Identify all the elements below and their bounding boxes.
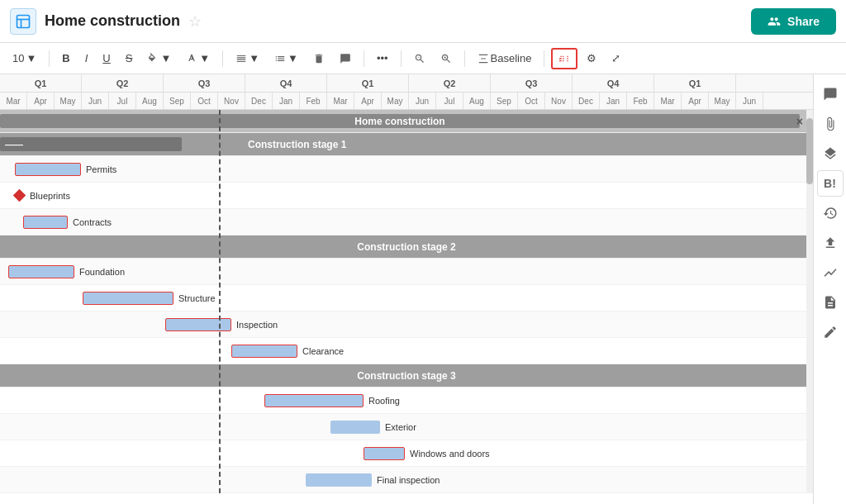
blueprints-milestone [13, 189, 26, 202]
stage2-label: Construction stage 2 [357, 241, 455, 253]
fill-color-button[interactable]: ▼ [141, 49, 177, 68]
list-button[interactable]: ▼ [269, 49, 304, 68]
baseline-button[interactable]: Baseline [472, 49, 538, 68]
clearance-label: Clearance [302, 346, 344, 356]
roofing-row: Roofing [0, 388, 813, 414]
foundation-label: Foundation [79, 267, 125, 277]
settings-button[interactable]: ⚙ [581, 49, 602, 68]
main-area: Q1Q2Q3Q4Q1Q2Q3Q4Q1 MarAprMayJunJulAugSep… [0, 74, 846, 504]
stage3-label: Construction stage 3 [357, 370, 455, 382]
gantt-view-button[interactable] [551, 48, 577, 69]
scroll-track [806, 110, 813, 493]
toolbar-separator-5 [464, 50, 465, 67]
month-label-18: Sep [491, 93, 518, 109]
star-icon[interactable]: ☆ [188, 12, 202, 31]
month-label-5: Aug [136, 93, 164, 109]
header: Home construction ☆ Share [0, 0, 846, 43]
month-label-7: Oct [191, 93, 218, 109]
toolbar-separator-4 [401, 50, 402, 67]
stage1-bar-label: —— [5, 140, 23, 150]
month-label-13: Apr [354, 93, 382, 109]
inspection-label: Inspection [236, 320, 278, 330]
document-icon[interactable] [817, 289, 844, 316]
exterior-row: Exterior [0, 414, 813, 440]
pen-icon[interactable] [817, 319, 844, 345]
contracts-label: Contracts [73, 217, 112, 227]
clear-format-button[interactable] [307, 50, 330, 68]
align-button[interactable]: ▼ [230, 49, 265, 68]
month-label-2: May [55, 93, 82, 109]
windows-row: Windows and doors [0, 440, 813, 467]
permits-row: Permits [0, 156, 813, 183]
final-inspection-label: Final inspection [377, 475, 440, 485]
month-label-15: Jun [409, 93, 436, 109]
quarters-row: Q1Q2Q3Q4Q1Q2Q3Q4Q1 [0, 74, 813, 93]
toolbar-separator-2 [222, 50, 223, 67]
italic-button[interactable]: I [79, 49, 94, 68]
toolbar: 10 ▼ B I U S ▼ ▼ ▼ ▼ ••• Baseline ⚙ ⤢ [0, 43, 846, 74]
comments-icon[interactable] [817, 81, 844, 107]
header-left: Home construction ☆ [10, 8, 202, 35]
close-button[interactable]: × [796, 115, 803, 128]
share-button[interactable]: Share [751, 8, 836, 35]
expand-button[interactable]: ⤢ [606, 49, 626, 68]
quarter-label-6: Q3 [491, 74, 573, 92]
quarter-label-3: Q4 [245, 74, 327, 92]
quarter-label-4: Q1 [327, 74, 409, 92]
quarter-label-0: Q1 [0, 74, 82, 92]
month-label-26: May [709, 93, 736, 109]
blueprints-row: Blueprints [0, 183, 813, 209]
month-label-3: Jun [82, 93, 109, 109]
right-sidebar: B! [813, 74, 846, 504]
stage1-row: —— Construction stage 1 [0, 133, 813, 156]
scroll-thumb[interactable] [806, 118, 813, 184]
structure-row: Structure [0, 285, 813, 311]
comment-button[interactable] [334, 50, 357, 68]
stage2-row: Construction stage 2 [0, 235, 813, 259]
text-color-button[interactable]: ▼ [180, 49, 216, 68]
history-icon[interactable] [817, 200, 844, 226]
month-label-17: Aug [463, 93, 491, 109]
gantt-area: Q1Q2Q3Q4Q1Q2Q3Q4Q1 MarAprMayJunJulAugSep… [0, 74, 813, 504]
month-label-6: Sep [164, 93, 191, 109]
blueprints-label: Blueprints [30, 191, 70, 201]
app-icon [10, 8, 36, 35]
gantt-body: Home construction × —— Construction stag… [0, 110, 813, 493]
month-label-24: Mar [654, 93, 682, 109]
underline-button[interactable]: U [97, 49, 116, 68]
structure-label: Structure [178, 293, 216, 303]
clearance-row: Clearance [0, 338, 813, 364]
quarter-label-1: Q2 [82, 74, 164, 92]
zoom-out-button[interactable] [408, 50, 431, 68]
month-label-23: Feb [627, 93, 654, 109]
inspection-row: Inspection [0, 311, 813, 338]
exterior-label: Exterior [385, 422, 416, 432]
quarter-label-5: Q2 [409, 74, 491, 92]
stage3-row: Construction stage 3 [0, 364, 813, 388]
upload-icon[interactable] [817, 230, 844, 256]
month-label-25: Apr [682, 93, 709, 109]
quarter-label-2: Q3 [164, 74, 245, 92]
attach-icon[interactable] [817, 111, 844, 137]
strikethrough-button[interactable]: S [120, 49, 139, 68]
month-label-9: Dec [245, 93, 273, 109]
zoom-in-button[interactable] [435, 50, 458, 68]
chart-icon[interactable] [817, 259, 844, 286]
bold-format-icon[interactable]: B! [817, 170, 844, 197]
more-options-button[interactable]: ••• [371, 49, 394, 68]
quarter-label-7: Q4 [573, 74, 654, 92]
project-summary-row: Home construction × [0, 110, 813, 133]
permits-label: Permits [86, 164, 116, 174]
month-label-1: Apr [27, 93, 55, 109]
month-label-12: Mar [327, 93, 354, 109]
svg-rect-0 [17, 15, 30, 27]
toolbar-separator-3 [364, 50, 364, 67]
project-title: Home construction [45, 12, 180, 30]
project-label: Home construction [354, 116, 444, 127]
font-size-selector[interactable]: 10 ▼ [7, 49, 42, 68]
bold-button[interactable]: B [56, 49, 75, 68]
layers-icon[interactable] [817, 140, 844, 167]
month-label-14: May [382, 93, 409, 109]
month-label-19: Oct [518, 93, 545, 109]
months-row: MarAprMayJunJulAugSepOctNovDecJanFebMarA… [0, 93, 813, 109]
